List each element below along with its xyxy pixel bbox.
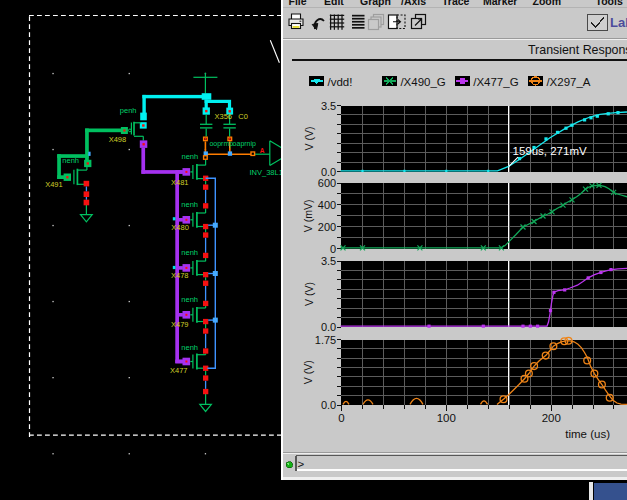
- svg-text:nenh: nenh: [181, 343, 198, 352]
- svg-text:200: 200: [542, 412, 561, 424]
- svg-text:X491: X491: [45, 180, 63, 189]
- svg-text:200: 200: [318, 221, 336, 233]
- svg-text:0.0: 0.0: [321, 166, 336, 178]
- svg-text:File: File: [289, 0, 307, 7]
- svg-text:oaprnip: oaprnip: [233, 140, 256, 148]
- svg-text:X479: X479: [171, 320, 189, 329]
- svg-text:/X477_G: /X477_G: [473, 76, 518, 88]
- svg-text:X498: X498: [109, 135, 127, 144]
- svg-text:penh: penh: [120, 106, 137, 115]
- svg-text:time (us): time (us): [565, 428, 610, 440]
- svg-text:600: 600: [318, 177, 336, 189]
- svg-text:nenh: nenh: [181, 200, 198, 209]
- svg-text:V (V): V (V): [303, 360, 315, 384]
- svg-text:ooprmp: ooprmp: [209, 140, 233, 148]
- svg-text:nenh: nenh: [182, 152, 199, 161]
- svg-text:nenh: nenh: [181, 295, 198, 304]
- svg-text:Tools: Tools: [596, 0, 623, 7]
- svg-text:Edit: Edit: [324, 0, 344, 7]
- svg-text:/Axis: /Axis: [401, 0, 426, 7]
- svg-text:X478: X478: [171, 271, 189, 280]
- svg-text:0.0: 0.0: [321, 399, 336, 411]
- svg-text:1.75: 1.75: [315, 334, 336, 346]
- svg-text:100: 100: [437, 412, 456, 424]
- svg-text:nenh: nenh: [181, 248, 198, 257]
- svg-text:X481: X481: [171, 178, 189, 187]
- svg-text:Marker: Marker: [483, 0, 517, 7]
- svg-text:159us, 271mV: 159us, 271mV: [513, 145, 587, 157]
- svg-text:INV_38L1: INV_38L1: [250, 168, 283, 177]
- svg-text:>: >: [298, 458, 305, 470]
- svg-text:V (V): V (V): [303, 127, 315, 151]
- svg-text:C0: C0: [238, 112, 248, 121]
- svg-text:Zoom: Zoom: [533, 0, 562, 7]
- svg-text:Graph: Graph: [360, 0, 391, 7]
- svg-text:V (V): V (V): [303, 282, 315, 306]
- svg-text:A: A: [260, 147, 265, 154]
- svg-text:/X490_G: /X490_G: [400, 76, 445, 88]
- svg-text:X356: X356: [215, 112, 233, 121]
- svg-text:Transient Response: Transient Response: [528, 43, 627, 57]
- svg-text:/vdd!: /vdd!: [328, 76, 353, 88]
- svg-text:/X297_A: /X297_A: [546, 76, 590, 88]
- svg-text:X480: X480: [171, 223, 189, 232]
- svg-text:nenh: nenh: [62, 156, 79, 165]
- svg-text:400: 400: [318, 199, 336, 211]
- svg-text:Trace: Trace: [442, 0, 470, 7]
- svg-text:0: 0: [330, 243, 336, 255]
- svg-text:V (mV): V (mV): [303, 199, 315, 232]
- svg-text:3.5: 3.5: [321, 255, 336, 267]
- svg-text:Lab: Lab: [610, 15, 627, 30]
- svg-text:0: 0: [338, 412, 344, 424]
- svg-text:X477: X477: [170, 366, 188, 375]
- svg-text:3.5: 3.5: [321, 100, 336, 112]
- svg-text:0.0: 0.0: [321, 321, 336, 333]
